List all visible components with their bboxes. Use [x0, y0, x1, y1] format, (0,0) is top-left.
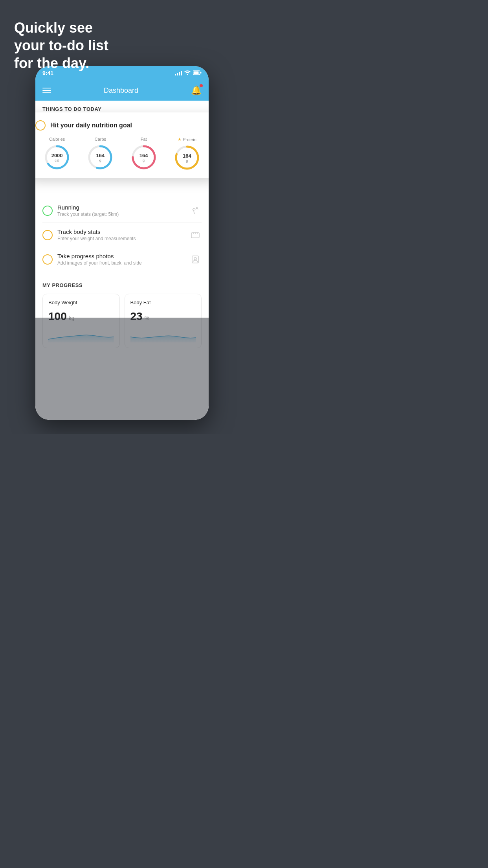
- body-weight-card-title: Body Weight: [48, 300, 114, 305]
- macro-calories: Calories 2000 cal: [44, 137, 70, 171]
- phone-frame: 9:41: [35, 66, 209, 420]
- macro-fat: Fat 164 g: [130, 137, 157, 171]
- macro-carbs-unit: g: [96, 158, 105, 162]
- todo-list: Running Track your stats (target: 5km) T…: [35, 199, 209, 271]
- body-stats-subtitle: Enter your weight and measurements: [57, 236, 184, 241]
- macro-fat-value-container: 164 g: [139, 153, 148, 162]
- body-fat-card-title: Body Fat: [130, 300, 196, 305]
- signal-icon: [175, 71, 182, 75]
- photos-checkbox[interactable]: [42, 254, 53, 265]
- running-subtitle: Track your stats (target: 5km): [57, 211, 184, 217]
- nav-title: Dashboard: [104, 86, 138, 95]
- macro-carbs-ring: 164 g: [87, 144, 114, 171]
- photos-subtitle: Add images of your front, back, and side: [57, 260, 184, 266]
- svg-rect-1: [194, 72, 199, 74]
- macro-fat-value: 164: [139, 153, 148, 158]
- nutrition-card-title-row: Hit your daily nutrition goal: [35, 120, 209, 131]
- macro-calories-ring: 2000 cal: [44, 144, 70, 171]
- macro-fat-label: Fat: [141, 137, 147, 142]
- running-title: Running: [57, 204, 184, 211]
- nutrition-checkbox[interactable]: [35, 120, 46, 131]
- macro-fat-ring: 164 g: [130, 144, 157, 171]
- body-stats-text: Track body stats Enter your weight and m…: [57, 228, 184, 241]
- body-stats-checkbox[interactable]: [42, 230, 53, 240]
- macro-carbs-label: Carbs: [95, 137, 106, 142]
- macro-protein-label-text: Protein: [183, 137, 196, 142]
- scale-icon: [189, 229, 202, 241]
- todo-item-body-stats[interactable]: Track body stats Enter your weight and m…: [42, 223, 202, 247]
- battery-icon: [193, 70, 202, 76]
- nutrition-card: Hit your daily nutrition goal Calories 2…: [35, 112, 209, 178]
- menu-button[interactable]: [42, 88, 51, 93]
- wifi-icon: [184, 70, 191, 76]
- todo-item-photos[interactable]: Take progress photos Add images of your …: [42, 247, 202, 271]
- running-icon: [189, 204, 202, 217]
- macro-calories-value: 2000: [51, 153, 63, 158]
- macro-carbs: Carbs 164 g: [87, 137, 114, 171]
- macro-protein-value: 164: [183, 153, 191, 159]
- macro-calories-value-container: 2000 cal: [51, 153, 63, 162]
- nutrition-card-title: Hit your daily nutrition goal: [50, 122, 132, 129]
- status-icons: [175, 70, 202, 76]
- running-checkbox[interactable]: [42, 206, 53, 216]
- macro-protein-unit: g: [183, 159, 191, 163]
- star-icon: ★: [178, 137, 182, 142]
- macro-carbs-value-container: 164 g: [96, 153, 105, 162]
- macro-protein: ★ Protein 164 g: [174, 137, 200, 171]
- macro-carbs-value: 164: [96, 153, 105, 158]
- running-text: Running Track your stats (target: 5km): [57, 204, 184, 217]
- nav-header: Dashboard 🔔: [35, 80, 209, 101]
- macro-fat-unit: g: [139, 158, 148, 162]
- macro-protein-value-container: 164 g: [183, 153, 191, 163]
- portrait-icon: [189, 253, 202, 266]
- macro-protein-label: ★ Protein: [178, 137, 196, 142]
- todo-item-running[interactable]: Running Track your stats (target: 5km): [42, 199, 202, 223]
- macros-row: Calories 2000 cal Carbs: [35, 137, 209, 171]
- notification-dot: [200, 84, 203, 87]
- content-area: THINGS TO DO TODAY Hit your daily nutrit…: [35, 101, 209, 420]
- svg-rect-2: [200, 72, 202, 74]
- photos-title: Take progress photos: [57, 253, 184, 259]
- card-backdrop: [35, 318, 209, 420]
- notification-bell-button[interactable]: 🔔: [191, 85, 202, 96]
- svg-point-14: [194, 257, 196, 260]
- macro-calories-unit: cal: [51, 158, 63, 162]
- macro-calories-label: Calories: [49, 137, 65, 142]
- progress-section-header: MY PROGRESS: [42, 282, 202, 288]
- photos-text: Take progress photos Add images of your …: [57, 253, 184, 266]
- macro-protein-ring: 164 g: [174, 144, 200, 171]
- svg-point-11: [196, 207, 198, 208]
- hero-text: Quickly see your to-do list for the day.: [14, 19, 108, 72]
- body-stats-title: Track body stats: [57, 228, 184, 235]
